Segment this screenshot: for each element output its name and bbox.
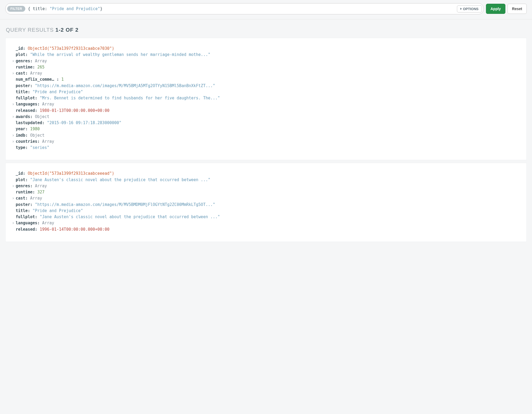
field-row: released: 1980-01-13T00:00:00.000+00:00: [12, 108, 520, 114]
field-separator: :: [37, 139, 42, 144]
field-separator: :: [30, 114, 35, 119]
field-value: Array: [42, 139, 54, 144]
options-label: OPTIONS: [463, 7, 479, 11]
document-card: _id: ObjectId("573a1399f29313caabceeead"…: [5, 163, 527, 242]
field-key: awards: [16, 114, 30, 119]
field-row: ›languages: Array: [12, 220, 520, 226]
expand-caret-icon[interactable]: ›: [12, 195, 16, 201]
field-value: "Jane Austen's classic novel about the p…: [30, 177, 210, 182]
field-separator: :: [35, 214, 40, 219]
field-value: 1: [61, 77, 64, 82]
field-row: ›countries: Array: [12, 139, 520, 145]
field-value: "2015-09-16 09:17:18.283000000": [47, 120, 121, 125]
results-of: OF: [66, 27, 74, 33]
field-value: ObjectId("573a1397f29313caabce7030"): [28, 46, 114, 51]
field-separator: :: [30, 83, 35, 88]
field-row: lastupdated: "2015-09-16 09:17:18.283000…: [12, 120, 520, 126]
expand-caret-icon[interactable]: ›: [12, 132, 16, 139]
field-separator: :: [28, 208, 32, 213]
field-row: released: 1996-01-14T00:00:00.000+00:00: [12, 226, 520, 233]
field-row: runtime: 327: [12, 189, 520, 195]
field-row: title: "Pride and Prejudice": [12, 208, 520, 214]
field-key: _id: [16, 46, 23, 51]
field-key: title: [16, 208, 28, 213]
filter-input-container: FILTER { title: "Pride and Prejudice"} O…: [5, 3, 484, 14]
field-row: fullplot: "Jane Austen's classic novel a…: [12, 214, 520, 220]
field-separator: :: [37, 102, 42, 107]
field-row: ›cast: Array: [12, 70, 520, 76]
field-row: poster: "https://m.media-amazon.com/imag…: [12, 83, 520, 89]
document-card: _id: ObjectId("573a1397f29313caabce7030"…: [5, 38, 527, 160]
field-key: genres: [16, 184, 30, 188]
field-row: runtime: 265: [12, 64, 520, 70]
apply-button[interactable]: Apply: [486, 4, 505, 14]
field-row: ›genres: Array: [12, 58, 520, 64]
field-separator: :: [28, 90, 32, 94]
expand-caret-icon[interactable]: ›: [12, 114, 16, 120]
field-key: num_mflix_comme…: [16, 77, 57, 82]
field-key: runtime: [16, 65, 32, 70]
field-key: type: [16, 145, 25, 150]
results-label: QUERY RESULTS: [6, 27, 54, 33]
field-separator: :: [25, 52, 30, 57]
field-value: "Jane Austen's classic novel about the p…: [40, 214, 220, 219]
field-separator: :: [30, 202, 35, 207]
field-value: "series": [30, 145, 49, 150]
field-row: plot: "While the arrival of wealthy gent…: [12, 52, 520, 58]
field-row: ›imdb: Object: [12, 132, 520, 139]
field-separator: :: [25, 196, 30, 201]
expand-caret-icon[interactable]: ›: [12, 183, 16, 189]
field-key: lastupdated: [16, 120, 42, 125]
field-key: poster: [16, 83, 30, 88]
field-key: year: [16, 127, 25, 131]
field-key: poster: [16, 202, 30, 207]
field-separator: :: [35, 96, 40, 100]
field-value: "Pride and Prejudice": [32, 208, 83, 213]
field-separator: :: [23, 46, 28, 51]
field-row: ›cast: Array: [12, 195, 520, 201]
field-separator: :: [57, 77, 61, 82]
field-row: poster: "https://m.media-amazon.com/imag…: [12, 202, 520, 208]
field-key: plot: [16, 52, 25, 57]
expand-caret-icon[interactable]: ›: [12, 101, 16, 107]
field-value: Object: [35, 114, 49, 119]
field-separator: :: [37, 221, 42, 225]
caret-right-icon: [460, 8, 462, 10]
field-row: type: "series": [12, 145, 520, 151]
query-results-header: QUERY RESULTS 1-2 OF 2: [0, 19, 532, 38]
field-row: plot: "Jane Austen's classic novel about…: [12, 177, 520, 183]
expand-caret-icon[interactable]: ›: [12, 70, 16, 76]
results-total: 2: [75, 27, 79, 33]
field-value: Array: [30, 196, 42, 201]
field-row: _id: ObjectId("573a1397f29313caabce7030"…: [12, 46, 520, 52]
field-value: 1980: [30, 127, 40, 131]
field-key: languages: [16, 221, 37, 225]
field-key: countries: [16, 139, 37, 144]
field-key: imdb: [16, 133, 25, 138]
field-separator: :: [32, 190, 37, 194]
documents-list: _id: ObjectId("573a1397f29313caabce7030"…: [0, 38, 532, 242]
field-separator: :: [25, 145, 30, 150]
field-value: "Pride and Prejudice": [32, 90, 83, 94]
field-value: Array: [42, 221, 54, 225]
field-key: cast: [16, 196, 25, 201]
field-key: genres: [16, 59, 30, 63]
field-row: year: 1980: [12, 126, 520, 132]
field-value: "https://m.media-amazon.com/images/M/MV5…: [35, 83, 215, 88]
results-range: 1-2: [55, 27, 64, 33]
reset-button[interactable]: Reset: [508, 4, 527, 14]
expand-caret-icon[interactable]: ›: [12, 58, 16, 64]
filter-query-input[interactable]: { title: "Pride and Prejudice"}: [28, 6, 455, 11]
field-key: languages: [16, 102, 37, 107]
filter-badge: FILTER: [7, 6, 25, 12]
expand-caret-icon[interactable]: ›: [12, 139, 16, 145]
field-separator: :: [25, 177, 30, 182]
field-value: 265: [37, 65, 44, 70]
expand-caret-icon[interactable]: ›: [12, 220, 16, 226]
field-key: fullplot: [16, 214, 35, 219]
options-button[interactable]: OPTIONS: [457, 5, 482, 13]
field-separator: :: [35, 108, 40, 113]
field-key: released: [16, 108, 35, 113]
field-value: Array: [35, 184, 47, 188]
field-separator: :: [35, 227, 40, 232]
